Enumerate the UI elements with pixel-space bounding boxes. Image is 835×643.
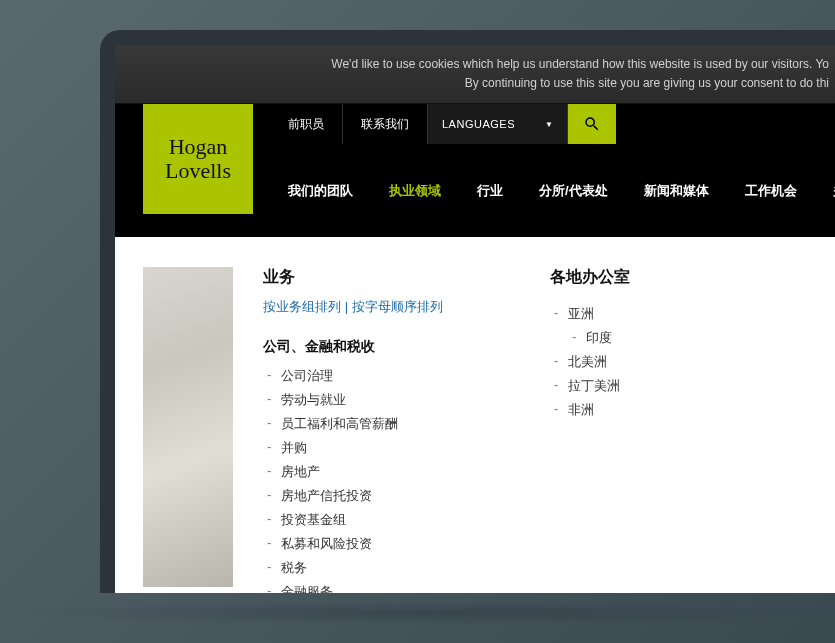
logo-line-2: Lovells xyxy=(165,159,231,183)
offices-list: 亚洲 xyxy=(568,302,807,326)
offices-title: 各地办公室 xyxy=(550,267,807,288)
nav-industry[interactable]: 行业 xyxy=(459,182,521,200)
list-item[interactable]: 亚洲 xyxy=(568,302,807,326)
chevron-down-icon: ▼ xyxy=(545,120,553,129)
cookie-text-1: We'd like to use cookies which help us u… xyxy=(115,55,829,74)
sort-alphabetical[interactable]: 按字母顺序排列 xyxy=(352,299,443,314)
device-frame: We'd like to use cookies which help us u… xyxy=(100,30,835,593)
list-item[interactable]: 劳动与就业 xyxy=(281,388,520,412)
list-item[interactable]: 非洲 xyxy=(568,398,807,422)
list-item[interactable]: 并购 xyxy=(281,436,520,460)
list-item[interactable]: 私募和风险投资 xyxy=(281,532,520,556)
list-item[interactable]: 金融服务 xyxy=(281,580,520,593)
list-item[interactable]: 员工福利和高管薪酬 xyxy=(281,412,520,436)
list-item[interactable]: 印度 xyxy=(586,326,807,350)
list-item[interactable]: 房地产 xyxy=(281,460,520,484)
list-item[interactable]: 房地产信托投资 xyxy=(281,484,520,508)
offices-sublist: 印度 xyxy=(586,326,807,350)
language-label: LANGUAGES xyxy=(442,118,515,130)
list-item[interactable]: 北美洲 xyxy=(568,350,807,374)
nav-practice[interactable]: 执业领域 xyxy=(371,182,459,200)
alumni-link[interactable]: 前职员 xyxy=(270,104,343,144)
logo[interactable]: Hogan Lovells xyxy=(143,104,253,214)
decorative-image xyxy=(143,267,233,587)
offices-list-2: 北美洲 拉丁美洲 非洲 xyxy=(568,350,807,422)
cookie-banner: We'd like to use cookies which help us u… xyxy=(115,45,835,104)
dropdown-panel: 业务 按业务组排列 | 按字母顺序排列 公司、金融和税收 公司治理 劳动与就业 … xyxy=(115,237,835,593)
screen: We'd like to use cookies which help us u… xyxy=(115,45,835,593)
nav-news[interactable]: 新闻和媒体 xyxy=(626,182,727,200)
list-item[interactable]: 拉丁美洲 xyxy=(568,374,807,398)
contact-link[interactable]: 联系我们 xyxy=(343,104,428,144)
services-title: 业务 xyxy=(263,267,520,288)
shadow xyxy=(0,601,835,625)
search-button[interactable] xyxy=(568,104,616,144)
sort-by-group[interactable]: 按业务组排列 xyxy=(263,299,341,314)
list-item[interactable]: 投资基金组 xyxy=(281,508,520,532)
nav-about[interactable]: 关于 xyxy=(815,182,835,200)
services-column: 业务 按业务组排列 | 按字母顺序排列 公司、金融和税收 公司治理 劳动与就业 … xyxy=(263,267,520,593)
sort-links: 按业务组排列 | 按字母顺序排列 xyxy=(263,298,520,316)
list-item[interactable]: 公司治理 xyxy=(281,364,520,388)
logo-line-1: Hogan xyxy=(165,135,231,159)
nav-team[interactable]: 我们的团队 xyxy=(270,182,371,200)
services-list: 公司治理 劳动与就业 员工福利和高管薪酬 并购 房地产 房地产信托投资 投资基金… xyxy=(281,364,520,593)
language-select[interactable]: LANGUAGES ▼ xyxy=(428,104,568,144)
cookie-text-2: By continuing to use this site you are g… xyxy=(115,74,829,93)
offices-column: 各地办公室 亚洲 印度 北美洲 拉丁美洲 非洲 xyxy=(550,267,807,593)
nav-offices[interactable]: 分所/代表处 xyxy=(521,182,626,200)
section-corporate[interactable]: 公司、金融和税收 xyxy=(263,338,520,356)
list-item[interactable]: 税务 xyxy=(281,556,520,580)
search-icon xyxy=(583,115,601,133)
main-nav: Hogan Lovells 我们的团队 执业领域 行业 分所/代表处 新闻和媒体… xyxy=(115,144,835,237)
nav-careers[interactable]: 工作机会 xyxy=(727,182,815,200)
